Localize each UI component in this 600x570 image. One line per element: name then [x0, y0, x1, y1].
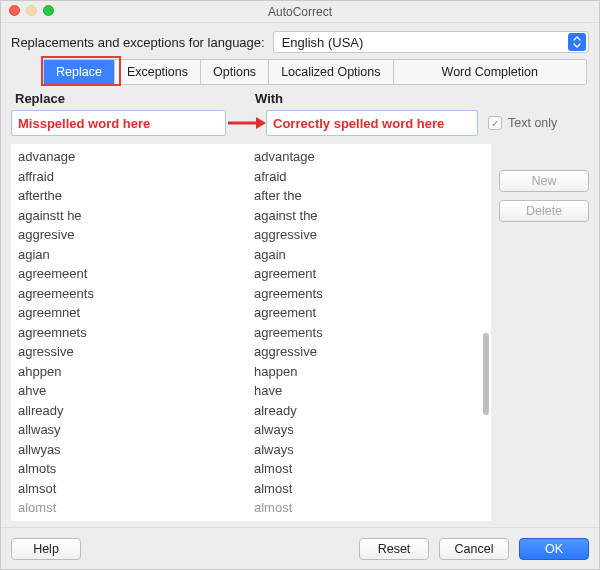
language-select[interactable]: English (USA) [273, 31, 589, 53]
cell-to: afraid [254, 167, 482, 187]
cell-to: advantage [254, 147, 482, 167]
scrollbar-thumb[interactable] [483, 333, 489, 416]
cell-from: almsot [18, 479, 254, 499]
table-row[interactable]: allreadyalready [18, 401, 482, 421]
tab-options[interactable]: Options [201, 60, 269, 84]
ok-button[interactable]: OK [519, 538, 589, 560]
table-row[interactable]: agreemnetagreement [18, 303, 482, 323]
cell-from: agreemeent [18, 264, 254, 284]
table-row[interactable]: advanageadvantage [18, 147, 482, 167]
cell-from: agreemnet [18, 303, 254, 323]
svg-marker-1 [256, 117, 266, 129]
cell-to: after the [254, 186, 482, 206]
minimize-window-icon [26, 5, 37, 16]
cell-to: already [254, 401, 482, 421]
cell-to: aggressive [254, 342, 482, 362]
checkbox-icon: ✓ [488, 116, 502, 130]
text-only-checkbox[interactable]: ✓ Text only [488, 116, 557, 130]
cell-to: have [254, 381, 482, 401]
cell-from: aggresive [18, 225, 254, 245]
delete-button[interactable]: Delete [499, 200, 589, 222]
text-only-label: Text only [508, 116, 557, 130]
cancel-button[interactable]: Cancel [439, 538, 509, 560]
window-controls [9, 5, 54, 16]
cell-to: almost [254, 498, 482, 518]
language-row: Replacements and exceptions for language… [11, 31, 589, 53]
tab-bar: Replace Exceptions Options Localized Opt… [43, 59, 587, 85]
titlebar: AutoCorrect [1, 1, 599, 23]
table-row[interactable]: ahppenhappen [18, 362, 482, 382]
replace-input[interactable]: Misspelled word here [11, 110, 226, 136]
new-button[interactable]: New [499, 170, 589, 192]
table-row[interactable]: almotsalmost [18, 459, 482, 479]
language-select-value: English (USA) [282, 35, 364, 50]
close-window-icon[interactable] [9, 5, 20, 16]
table-row[interactable]: agreemeentagreement [18, 264, 482, 284]
tab-replace[interactable]: Replace [44, 60, 115, 84]
side-buttons: New Delete [499, 144, 589, 521]
table-row[interactable]: aftertheafter the [18, 186, 482, 206]
table-row[interactable]: agreemnetsagreements [18, 323, 482, 343]
table-row[interactable]: agreemeentsagreements [18, 284, 482, 304]
cell-to: almost [254, 459, 482, 479]
replacements-list[interactable]: advanageadvantageaffraidafraidaftertheaf… [11, 144, 491, 521]
cell-from: allwasy [18, 420, 254, 440]
table-row[interactable]: allwasyalways [18, 420, 482, 440]
autocorrect-window: AutoCorrect Replacements and exceptions … [0, 0, 600, 570]
cell-to: again [254, 245, 482, 265]
table-row[interactable]: allwyasalways [18, 440, 482, 460]
cell-from: agressive [18, 342, 254, 362]
cell-from: ahppen [18, 362, 254, 382]
cell-to: aggressive [254, 225, 482, 245]
cell-to: against the [254, 206, 482, 226]
tab-localized[interactable]: Localized Options [269, 60, 393, 84]
cell-from: affraid [18, 167, 254, 187]
with-input[interactable]: Correctly spelled word here [266, 110, 478, 136]
dialog-content: Replacements and exceptions for language… [1, 23, 599, 527]
tab-word-completion[interactable]: Word Completion [394, 60, 587, 84]
column-header-replace: Replace [11, 91, 251, 106]
cell-to: agreement [254, 264, 482, 284]
cell-from: afterthe [18, 186, 254, 206]
window-title: AutoCorrect [268, 5, 332, 19]
cell-from: allready [18, 401, 254, 421]
table-row[interactable]: aggresiveaggressive [18, 225, 482, 245]
cell-from: allwyas [18, 440, 254, 460]
table-row[interactable]: againstt heagainst the [18, 206, 482, 226]
dialog-footer: Help Reset Cancel OK [1, 527, 599, 569]
table-row[interactable]: alomstalmost [18, 498, 482, 518]
with-input-annotation: Correctly spelled word here [273, 116, 444, 131]
cell-to: happen [254, 362, 482, 382]
dropdown-toggle-icon[interactable] [568, 33, 586, 51]
cell-from: almots [18, 459, 254, 479]
cell-to: agreements [254, 323, 482, 343]
tab-exceptions[interactable]: Exceptions [115, 60, 201, 84]
cell-from: alomst [18, 498, 254, 518]
cell-to: agreements [254, 284, 482, 304]
table-row[interactable]: ahvehave [18, 381, 482, 401]
cell-to: agreement [254, 303, 482, 323]
scrollbar[interactable] [482, 145, 490, 520]
cell-from: advanage [18, 147, 254, 167]
cell-from: agreemeents [18, 284, 254, 304]
replace-input-annotation: Misspelled word here [18, 116, 150, 131]
fields-row: Misspelled word here Correctly spelled w… [11, 110, 589, 136]
columns-header: Replace With [11, 91, 589, 106]
list-rows: advanageadvantageaffraidafraidaftertheaf… [12, 145, 482, 520]
list-area: advanageadvantageaffraidafraidaftertheaf… [11, 144, 589, 521]
help-button[interactable]: Help [11, 538, 81, 560]
cell-from: ahve [18, 381, 254, 401]
table-row[interactable]: agressiveaggressive [18, 342, 482, 362]
cell-from: agian [18, 245, 254, 265]
column-header-with: With [251, 91, 589, 106]
cell-to: always [254, 420, 482, 440]
table-row[interactable]: almsotalmost [18, 479, 482, 499]
maximize-window-icon[interactable] [43, 5, 54, 16]
table-row[interactable]: affraidafraid [18, 167, 482, 187]
language-label: Replacements and exceptions for language… [11, 35, 265, 50]
table-row[interactable]: agianagain [18, 245, 482, 265]
cell-to: always [254, 440, 482, 460]
cell-from: agreemnets [18, 323, 254, 343]
cell-to: almost [254, 479, 482, 499]
reset-button[interactable]: Reset [359, 538, 429, 560]
